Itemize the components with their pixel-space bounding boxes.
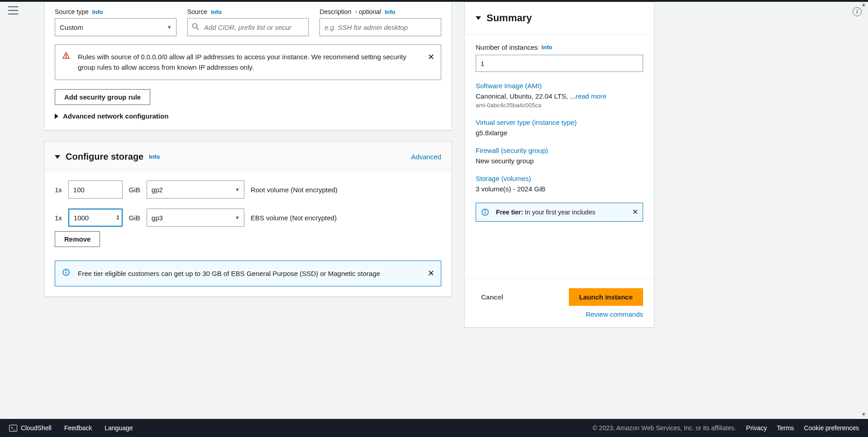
open-cidr-warning: Rules with source of 0.0.0.0/0 allow all… — [55, 44, 441, 80]
svg-point-3 — [66, 57, 66, 57]
warning-icon — [62, 52, 70, 62]
advanced-network-toggle[interactable]: Advanced network configuration — [55, 112, 441, 120]
storage-unit: GiB — [129, 214, 140, 222]
source-info-link[interactable]: Info — [211, 9, 222, 15]
search-icon — [192, 23, 199, 32]
close-icon[interactable]: ✕ — [428, 51, 434, 63]
summary-panel: Summary Number of instances Info Softwar… — [464, 2, 654, 328]
storage-desc: Root volume (Not encrypted) — [251, 186, 338, 194]
cancel-button[interactable]: Cancel — [476, 289, 509, 305]
help-info-icon[interactable]: i — [853, 7, 862, 16]
storage-type-select-0[interactable]: gp2 — [147, 180, 244, 199]
close-icon[interactable]: ✕ — [428, 267, 434, 280]
storage-size-input-1[interactable] — [68, 209, 123, 227]
svg-line-1 — [196, 28, 199, 30]
summary-ami-id: ami-0abc4c35ba4c005ca — [476, 102, 643, 109]
summary-instance-type-value: g5.8xlarge — [476, 129, 643, 137]
storage-free-tier-box: Free tier eligible customers can get up … — [55, 261, 441, 286]
description-optional: - optional — [355, 8, 381, 15]
remove-volume-button[interactable]: Remove — [55, 231, 100, 247]
source-label: Source — [187, 8, 207, 15]
description-label: Description — [320, 8, 351, 15]
num-instances-info-link[interactable]: Info — [542, 44, 553, 51]
add-security-group-rule-button[interactable]: Add security group rule — [55, 89, 150, 105]
summary-storage-link[interactable]: Storage (volumes) — [476, 175, 643, 182]
description-input[interactable] — [320, 18, 441, 36]
description-info-link[interactable]: Info — [385, 9, 396, 15]
scroll-down-arrow[interactable]: ▼ — [861, 412, 866, 417]
storage-mult: 1x — [55, 214, 62, 222]
info-icon — [482, 209, 489, 217]
caret-down-icon — [476, 16, 481, 20]
configure-storage-panel: Configure storage Info Advanced 1x GiB g… — [44, 141, 452, 297]
review-commands-link[interactable]: Review commands — [586, 310, 643, 318]
configure-storage-header[interactable]: Configure storage Info Advanced — [45, 142, 451, 171]
launch-instance-button[interactable]: Launch instance — [569, 288, 643, 306]
summary-storage-value: 3 volume(s) - 2024 GiB — [476, 185, 643, 193]
info-icon — [62, 268, 70, 279]
storage-desc: EBS volume (Not encrypted) — [251, 214, 337, 222]
hamburger-menu-icon[interactable] — [8, 6, 18, 14]
source-type-info-link[interactable]: Info — [92, 9, 103, 15]
svg-point-9 — [485, 210, 485, 211]
free-tier-text: Free tier eligible customers can get up … — [78, 270, 380, 277]
storage-info-link[interactable]: Info — [149, 153, 160, 160]
caret-down-icon — [55, 155, 60, 159]
number-spinner-icon[interactable]: ▲▼ — [116, 214, 120, 221]
svg-point-0 — [192, 24, 197, 28]
caret-right-icon — [55, 114, 58, 119]
svg-point-6 — [66, 271, 66, 271]
summary-instance-type-link[interactable]: Virtual server type (instance type) — [476, 119, 643, 126]
storage-unit: GiB — [129, 186, 140, 194]
close-icon[interactable]: ✕ — [632, 208, 638, 216]
scroll-up-arrow[interactable]: ▲ — [861, 2, 866, 7]
storage-type-select-1[interactable]: gp3 — [147, 209, 244, 227]
source-type-label: Source type — [55, 8, 89, 15]
read-more-link[interactable]: read more — [576, 92, 606, 100]
summary-header[interactable]: Summary — [465, 2, 654, 34]
configure-storage-title: Configure storage — [66, 152, 143, 162]
summary-title: Summary — [486, 12, 532, 24]
free-tier-label: Free tier: — [496, 209, 523, 216]
source-input[interactable] — [187, 18, 309, 36]
summary-ami-link[interactable]: Software Image (AMI) — [476, 82, 643, 90]
num-instances-label: Number of instances — [476, 43, 538, 51]
source-type-select[interactable]: Custom — [55, 18, 176, 36]
warning-text: Rules with source of 0.0.0.0/0 allow all… — [78, 53, 406, 71]
num-instances-input[interactable] — [476, 55, 643, 72]
security-group-panel: Source type Info Custom ▼ Source I — [44, 2, 452, 130]
storage-row-ebs: 1x ▲▼ GiB gp3 ▼ EBS volume (Not encrypte… — [55, 209, 441, 227]
summary-firewall-link[interactable]: Firewall (security group) — [476, 147, 643, 154]
free-tier-text: In your first year includes — [525, 209, 596, 216]
summary-ami-text: Canonical, Ubuntu, 22.04 LTS, ... — [476, 92, 576, 100]
summary-free-tier-box: Free tier: In your first year includes ✕ — [476, 203, 643, 222]
storage-row-root: 1x GiB gp2 ▼ Root volume (Not encrypted) — [55, 180, 441, 199]
storage-mult: 1x — [55, 186, 62, 194]
summary-firewall-value: New security group — [476, 157, 643, 165]
storage-size-input-0[interactable] — [68, 180, 123, 199]
storage-advanced-link[interactable]: Advanced — [411, 153, 441, 161]
